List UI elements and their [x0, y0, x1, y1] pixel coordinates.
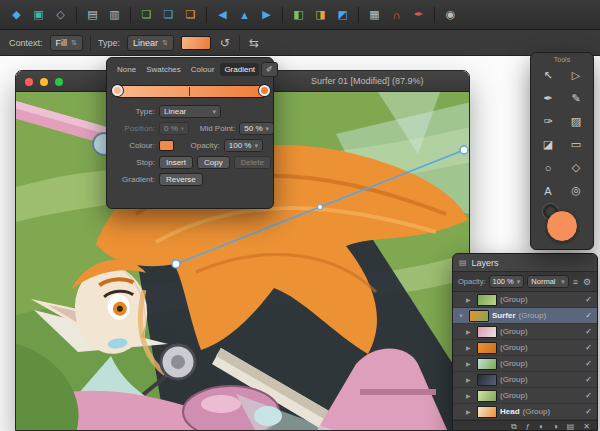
minimize-button[interactable] [40, 78, 48, 86]
layer-options-icon[interactable]: ≡ [572, 277, 579, 287]
gradient-mid-handle[interactable] [318, 205, 323, 210]
designer-persona-icon[interactable]: ◆ [6, 5, 27, 25]
disclosure-triangle-icon[interactable]: ▶ [466, 344, 474, 351]
reverse-gradient-icon[interactable]: ⇆ [247, 36, 261, 50]
midpoint-label: Mid Point: [193, 124, 235, 133]
colour-swatch[interactable] [159, 140, 174, 151]
brush-tool[interactable]: ✑ [536, 110, 560, 133]
eyedropper-icon[interactable]: ✐ [261, 62, 278, 77]
layer-row[interactable]: ▶(Group)✓ [453, 292, 597, 308]
layer-row[interactable]: ▶(Group)✓ [453, 388, 597, 404]
gear-icon[interactable]: ⚙ [582, 277, 592, 287]
boolean-add-icon[interactable]: ◧ [288, 5, 309, 25]
fill-colour-well[interactable] [546, 210, 578, 242]
colour-picker-tool[interactable]: ◎ [564, 179, 588, 202]
grid-icon[interactable]: ▦ [364, 5, 385, 25]
disclosure-triangle-icon[interactable]: ▶ [466, 392, 474, 399]
pencil-tool[interactable]: ✎ [564, 87, 588, 110]
pixel-persona-icon[interactable]: ▣ [28, 5, 49, 25]
delete-stop-button[interactable]: Delete [234, 156, 271, 169]
rotate-gradient-icon[interactable]: ↺ [218, 36, 232, 50]
polygon-tool[interactable]: ◇ [564, 156, 588, 179]
layer-visibility-check[interactable]: ✓ [585, 359, 592, 368]
gradient-midpoint-marker[interactable] [189, 87, 190, 96]
reverse-gradient-button[interactable]: Reverse [159, 173, 203, 186]
disclosure-triangle-icon[interactable]: ▼ [458, 313, 466, 319]
pen-tool[interactable]: ✒ [536, 87, 560, 110]
text-tool[interactable]: A [536, 179, 560, 202]
disclosure-triangle-icon[interactable]: ▶ [466, 360, 474, 367]
midpoint-select[interactable]: 50 % ▾ [239, 122, 274, 135]
layer-visibility-check[interactable]: ✓ [585, 311, 592, 320]
layer-visibility-check[interactable]: ✓ [585, 327, 592, 336]
context-select[interactable]: Fill ⇅ [50, 35, 83, 51]
transparency-tool[interactable]: ◪ [536, 133, 560, 156]
layer-visibility-check[interactable]: ✓ [585, 295, 592, 304]
insert-inside-icon[interactable]: ❏ [158, 5, 179, 25]
layer-visibility-check[interactable]: ✓ [585, 375, 592, 384]
gradient-stop-end-handle[interactable] [259, 85, 270, 96]
layer-row[interactable]: ▶(Group)✓ [453, 324, 597, 340]
disclosure-triangle-icon[interactable]: ▶ [466, 376, 474, 383]
rectangle-tool[interactable]: ▭ [564, 133, 588, 156]
type-label: Type: [98, 38, 120, 48]
gradient-stop-start-handle[interactable] [112, 85, 123, 96]
layer-visibility-check[interactable]: ✓ [585, 391, 592, 400]
new-document-icon[interactable]: ▤ [82, 5, 103, 25]
gradient-preview-bar[interactable] [117, 85, 265, 98]
tab-none[interactable]: None [113, 63, 140, 76]
layer-row[interactable]: ▶(Group)✓ [453, 340, 597, 356]
link-layer-icon[interactable]: ⧉ [511, 423, 517, 431]
preview-mode-icon[interactable]: ◉ [440, 5, 461, 25]
layer-visibility-check[interactable]: ✓ [585, 343, 592, 352]
opacity-select[interactable]: 100 % ▾ [224, 139, 263, 152]
fill-gradient-tool[interactable]: ▨ [564, 110, 588, 133]
gradient-start-handle[interactable] [172, 260, 180, 268]
snapping-icon[interactable]: ∩ [386, 5, 407, 25]
align-right-icon[interactable]: ▶ [256, 5, 277, 25]
gradient-end-handle[interactable] [460, 146, 468, 154]
add-layer-icon[interactable]: ▤ [567, 423, 575, 431]
place-image-icon[interactable]: ▥ [104, 5, 125, 25]
tab-swatches[interactable]: Swatches [142, 63, 185, 76]
close-button[interactable] [25, 78, 33, 86]
mask-layer-icon[interactable]: ◐ [539, 423, 544, 431]
layer-row[interactable]: ▶(Group)✓ [453, 372, 597, 388]
node-tool[interactable]: ▷ [564, 64, 588, 87]
align-top-icon[interactable]: ▲ [234, 5, 255, 25]
layer-fx-icon[interactable]: ƒ [526, 423, 530, 431]
popup-type-select[interactable]: Linear ▾ [159, 105, 221, 118]
insert-stop-button[interactable]: Insert [159, 156, 193, 169]
tab-gradient[interactable]: Gradient [220, 63, 259, 76]
layer-visibility-check[interactable]: ✓ [585, 407, 592, 416]
export-persona-icon[interactable]: ◇ [50, 5, 71, 25]
boolean-intersect-icon[interactable]: ◩ [332, 5, 353, 25]
layer-row[interactable]: ▶Head(Group)✓ [453, 404, 597, 420]
layer-row[interactable]: ▶(Group)✓ [453, 356, 597, 372]
disclosure-triangle-icon[interactable]: ▶ [466, 408, 474, 415]
chevron-updown-icon: ⇅ [71, 39, 77, 47]
boolean-subtract-icon[interactable]: ◨ [310, 5, 331, 25]
zoom-button[interactable] [55, 78, 63, 86]
disclosure-triangle-icon[interactable]: ▶ [466, 296, 474, 303]
copy-stop-button[interactable]: Copy [197, 156, 230, 169]
layer-row[interactable]: ▼Surfer(Group)✓ [453, 308, 597, 324]
context-gradient-swatch[interactable] [181, 36, 211, 50]
blend-mode-select[interactable]: Normal ▾ [527, 275, 568, 288]
delete-layer-icon[interactable]: ✕ [583, 423, 590, 431]
ellipse-tool[interactable]: ○ [536, 156, 560, 179]
layer-suffix: (Group) [500, 359, 528, 368]
layer-opacity-select[interactable]: 100 % ▾ [489, 275, 525, 288]
move-tool[interactable]: ↖ [536, 64, 560, 87]
toolbar-separator [76, 7, 77, 23]
tab-colour[interactable]: Colour [187, 63, 219, 76]
insert-on-top-icon[interactable]: ❏ [180, 5, 201, 25]
insert-behind-icon[interactable]: ❏ [136, 5, 157, 25]
align-left-icon[interactable]: ◀ [212, 5, 233, 25]
gradient-type-select[interactable]: Linear ⇅ [127, 35, 174, 51]
adjustment-layer-icon[interactable]: ◑ [553, 423, 558, 431]
contour-icon[interactable]: ✒ [408, 5, 429, 25]
disclosure-triangle-icon[interactable]: ▶ [466, 328, 474, 335]
position-select[interactable]: 0 % ▾ [159, 122, 189, 135]
colour-wells [531, 202, 593, 248]
